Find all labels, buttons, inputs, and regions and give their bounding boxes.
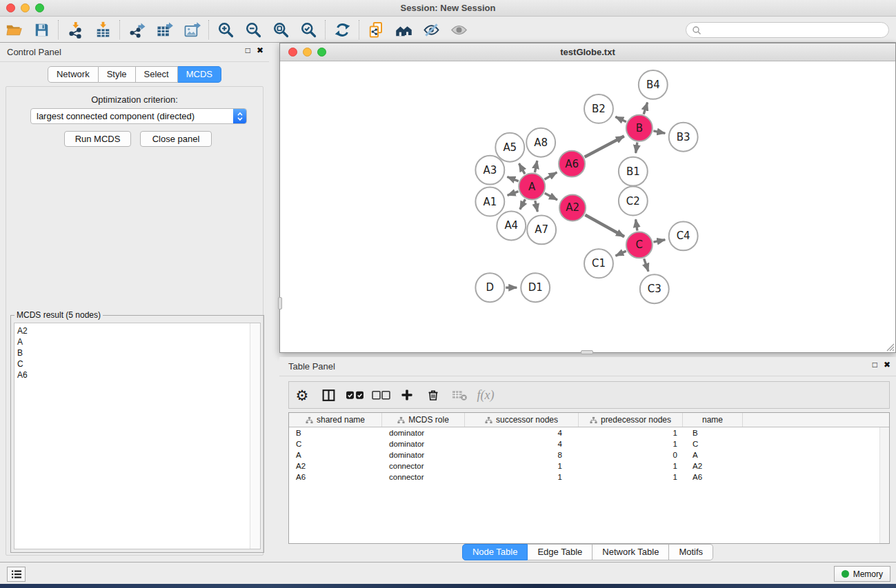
graph-edge-A-A7[interactable] bbox=[535, 201, 538, 212]
graph-edge-A-A8[interactable] bbox=[535, 161, 537, 172]
graph-node-C2[interactable]: C2 bbox=[619, 187, 648, 216]
hide-details-icon[interactable] bbox=[417, 19, 445, 41]
refresh-icon[interactable] bbox=[328, 19, 356, 41]
graph-node-D1[interactable]: D1 bbox=[521, 273, 550, 302]
graph-node-C4[interactable]: C4 bbox=[669, 221, 698, 250]
graph-node-A8[interactable]: A8 bbox=[526, 128, 555, 157]
deselect-all-rows-icon[interactable] bbox=[368, 383, 394, 407]
delete-column-trash-icon[interactable] bbox=[420, 383, 446, 407]
show-details-icon[interactable] bbox=[445, 19, 472, 41]
left-splitter-handle[interactable] bbox=[278, 297, 282, 310]
zoom-fit-icon[interactable] bbox=[267, 19, 295, 41]
table-settings-icon[interactable]: ⚙ bbox=[289, 383, 315, 407]
graph-node-A6[interactable]: A6 bbox=[559, 151, 585, 177]
graph-edge-A6-B[interactable] bbox=[585, 136, 624, 156]
table-tab-node-table[interactable]: Node Table bbox=[462, 544, 528, 560]
graph-edge-A-A6[interactable] bbox=[544, 172, 557, 179]
zoom-out-icon[interactable] bbox=[239, 19, 267, 41]
table-row[interactable]: A6connector11A6 bbox=[289, 472, 889, 483]
zoom-selected-icon[interactable] bbox=[295, 19, 322, 41]
search-input[interactable] bbox=[701, 26, 888, 35]
table-scrollbar[interactable] bbox=[879, 427, 889, 543]
graph-edge-A-A2[interactable] bbox=[545, 193, 557, 200]
tab-select[interactable]: Select bbox=[136, 66, 178, 83]
graph-edge-A2-C[interactable] bbox=[585, 215, 624, 237]
bottom-splitter-handle[interactable] bbox=[581, 350, 593, 354]
graph-node-B3[interactable]: B3 bbox=[669, 123, 698, 152]
import-network-icon[interactable] bbox=[61, 19, 89, 41]
graph-node-B4[interactable]: B4 bbox=[639, 70, 668, 99]
result-list-item[interactable]: A bbox=[17, 336, 250, 347]
search-field[interactable] bbox=[686, 22, 889, 38]
app-title-bar[interactable]: Session: New Session bbox=[0, 0, 896, 17]
result-list-scrollbar[interactable] bbox=[250, 323, 260, 549]
table-row[interactable]: Bdominator41B bbox=[289, 427, 889, 438]
export-table-icon[interactable] bbox=[150, 19, 178, 41]
graph-edge-B-B1[interactable] bbox=[636, 143, 637, 153]
graph-node-A2[interactable]: A2 bbox=[559, 195, 586, 221]
task-history-button[interactable] bbox=[7, 567, 26, 582]
memory-button[interactable]: Memory bbox=[834, 566, 890, 582]
graph-node-A3[interactable]: A3 bbox=[475, 156, 504, 185]
function-builder-icon[interactable]: f(x) bbox=[472, 383, 499, 407]
open-file-icon[interactable] bbox=[0, 19, 28, 41]
result-list-item[interactable]: B bbox=[17, 347, 250, 358]
graph-node-B1[interactable]: B1 bbox=[619, 157, 648, 186]
column-header-name[interactable]: name bbox=[683, 413, 743, 427]
table-tab-motifs[interactable]: Motifs bbox=[669, 544, 713, 560]
column-header-successor-nodes[interactable]: successor nodes bbox=[465, 413, 579, 427]
column-header-predecessor-nodes[interactable]: predecessor nodes bbox=[579, 413, 683, 427]
graph-edge-A-A4[interactable] bbox=[520, 199, 526, 209]
close-panel-button[interactable]: Close panel bbox=[140, 131, 212, 147]
graph-edge-C-C2[interactable] bbox=[636, 219, 637, 230]
column-header-shared-name[interactable]: shared name bbox=[289, 413, 382, 427]
result-list-item[interactable]: A2 bbox=[17, 325, 250, 336]
save-session-icon[interactable] bbox=[28, 19, 55, 41]
network-window-title-bar[interactable]: testGlobe.txt bbox=[280, 43, 895, 61]
graph-node-C1[interactable]: C1 bbox=[584, 249, 613, 278]
graph-node-C3[interactable]: C3 bbox=[640, 274, 669, 303]
home-icon[interactable] bbox=[390, 19, 417, 41]
graph-node-A4[interactable]: A4 bbox=[497, 211, 526, 240]
graph-node-B[interactable]: B bbox=[626, 115, 653, 141]
duplicate-network-icon[interactable] bbox=[362, 19, 390, 41]
table-row[interactable]: Adominator80A bbox=[289, 449, 889, 460]
select-all-rows-icon[interactable] bbox=[341, 383, 368, 407]
tab-style[interactable]: Style bbox=[99, 66, 136, 83]
graph-edge-A-A1[interactable] bbox=[508, 192, 519, 196]
export-image-icon[interactable] bbox=[178, 19, 206, 41]
graph-node-C[interactable]: C bbox=[626, 232, 653, 258]
graph-node-A5[interactable]: A5 bbox=[495, 133, 524, 162]
graph-edge-B-B3[interactable] bbox=[653, 131, 665, 133]
table-row[interactable]: A2connector11A2 bbox=[289, 460, 889, 472]
graph-edge-B-B2[interactable] bbox=[615, 116, 626, 121]
result-list-item[interactable]: A6 bbox=[17, 369, 250, 381]
result-list-item[interactable]: C bbox=[17, 358, 250, 369]
column-header-mcds-role[interactable]: MCDS role bbox=[382, 413, 465, 427]
close-panel-icon[interactable]: ✖ bbox=[257, 46, 263, 54]
graph-edge-C-C1[interactable] bbox=[615, 251, 626, 256]
table-tab-edge-table[interactable]: Edge Table bbox=[528, 544, 593, 560]
float-table-panel-icon[interactable]: □ bbox=[873, 361, 877, 369]
graph-node-A1[interactable]: A1 bbox=[475, 187, 504, 216]
graph-edge-A-A3[interactable] bbox=[507, 176, 518, 181]
network-canvas[interactable]: B4B2BB3A8A5A6A3B1AA1C2A2A4A7C4CC1C3DD1 bbox=[280, 61, 895, 352]
graph-node-A7[interactable]: A7 bbox=[527, 215, 556, 244]
close-table-panel-icon[interactable]: ✖ bbox=[884, 361, 890, 369]
tab-network[interactable]: Network bbox=[48, 66, 99, 83]
graph-edge-B-B4[interactable] bbox=[644, 103, 647, 114]
tab-mcds[interactable]: MCDS bbox=[178, 66, 221, 83]
criterion-dropdown[interactable]: largest connected component (directed) bbox=[30, 108, 247, 124]
graph-node-A[interactable]: A bbox=[519, 174, 545, 200]
column-visibility-icon[interactable] bbox=[315, 383, 341, 407]
graph-edge-C-C3[interactable] bbox=[644, 258, 648, 272]
graph-node-D[interactable]: D bbox=[475, 273, 504, 302]
import-table-icon[interactable] bbox=[89, 19, 117, 41]
graph-edge-A-A5[interactable] bbox=[519, 163, 524, 174]
float-panel-icon[interactable]: □ bbox=[246, 46, 250, 54]
delete-table-icon[interactable] bbox=[446, 383, 472, 407]
graph-edge-C-C4[interactable] bbox=[653, 240, 665, 242]
create-column-icon[interactable] bbox=[394, 383, 420, 407]
export-network-icon[interactable] bbox=[123, 19, 150, 41]
run-mcds-button[interactable]: Run MCDS bbox=[64, 131, 131, 147]
